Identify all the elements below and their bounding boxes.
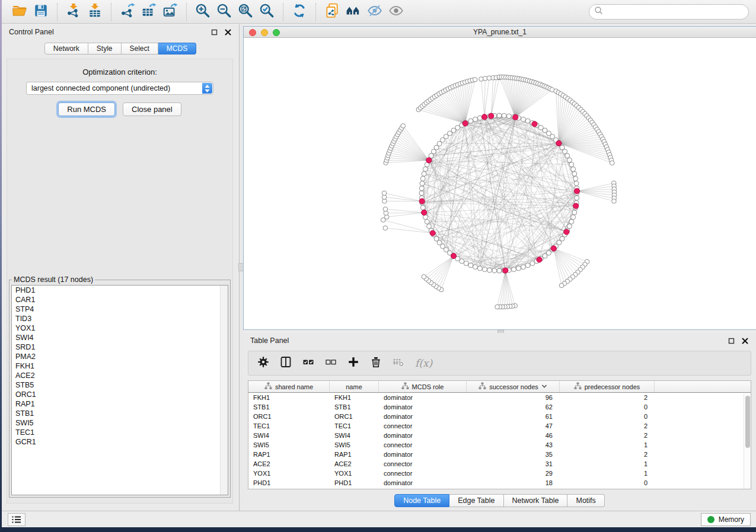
tab-network[interactable]: Network: [44, 43, 88, 55]
window-maximize-light[interactable]: [273, 29, 280, 36]
cell-successor-nodes: 62: [467, 402, 560, 412]
zoom-selected-button[interactable]: [256, 2, 277, 21]
tab-edge-table[interactable]: Edge Table: [449, 494, 503, 507]
save-session-button[interactable]: [30, 2, 52, 21]
close-panel-icon[interactable]: [224, 28, 232, 36]
cell-name: FKH1: [330, 393, 379, 402]
mcds-hub-node: [573, 203, 579, 209]
import-table-button[interactable]: [84, 2, 106, 21]
open-file-button[interactable]: [9, 2, 30, 21]
list-item[interactable]: GCR1: [12, 437, 228, 447]
table-scrollbar-thumb[interactable]: [745, 396, 750, 448]
close-panel-icon[interactable]: [741, 337, 749, 345]
tab-mcds[interactable]: MCDS: [158, 43, 196, 55]
mcds-hub-node: [489, 113, 494, 118]
float-panel-icon[interactable]: [210, 28, 218, 36]
table-row[interactable]: ACE2ACE2connector311: [248, 459, 751, 469]
status-bar: Memory: [2, 511, 756, 527]
table-row[interactable]: SWI4SWI4dominator462: [248, 431, 751, 440]
table-row[interactable]: FKH1FKH1dominator962: [248, 393, 751, 402]
list-item[interactable]: TEC1: [12, 428, 228, 437]
console-button[interactable]: [8, 513, 25, 526]
show-columns-button[interactable]: [280, 356, 292, 370]
list-item[interactable]: ORC1: [12, 390, 228, 399]
search-input[interactable]: [606, 8, 744, 16]
list-item[interactable]: YOX1: [12, 323, 228, 333]
list-item[interactable]: STB1: [12, 409, 228, 418]
export-image-button[interactable]: [160, 2, 181, 21]
cell-shared-name: TEC1: [248, 421, 330, 431]
table-row[interactable]: SWI5SWI5connector431: [248, 440, 751, 450]
network-window-titlebar[interactable]: YPA_prune.txt_1: [244, 27, 756, 38]
tab-motifs[interactable]: Motifs: [567, 494, 604, 507]
window-minimize-light[interactable]: [261, 29, 268, 36]
column-type-icon: [574, 382, 582, 391]
export-table-button[interactable]: [138, 2, 160, 21]
memory-button[interactable]: Memory: [701, 513, 751, 526]
column-header-successor-nodes[interactable]: successor nodes: [467, 381, 560, 392]
column-header-name[interactable]: name: [330, 381, 379, 392]
column-header-MCDS-role[interactable]: MCDS role: [379, 381, 467, 392]
add-row-button[interactable]: [347, 356, 359, 370]
list-item[interactable]: SRD1: [12, 342, 228, 352]
table-row[interactable]: ORC1ORC1dominator610: [248, 412, 751, 421]
close-panel-button[interactable]: Close panel: [123, 102, 181, 116]
mcds-result-list[interactable]: PHD1CAR1STP4TID3YOX1SWI4SRD1PMA2FKH1ACE2…: [11, 285, 228, 495]
deselect-all-button[interactable]: [325, 356, 337, 370]
table-row[interactable]: PHD1PHD1dominator180: [248, 478, 751, 488]
show-all-button[interactable]: [385, 2, 407, 21]
network-graph[interactable]: [244, 38, 756, 329]
first-neighbors-button[interactable]: [343, 2, 364, 21]
export-network-button[interactable]: [117, 2, 138, 21]
import-network-button[interactable]: [63, 2, 84, 21]
refresh-view-button[interactable]: [289, 2, 310, 21]
float-panel-icon[interactable]: [728, 337, 735, 345]
zoom-out-button[interactable]: [213, 2, 235, 21]
search-field[interactable]: [589, 4, 749, 20]
list-item[interactable]: STB5: [12, 380, 228, 390]
cell-MCDS-role: dominator: [379, 412, 467, 421]
cell-MCDS-role: dominator: [379, 431, 467, 440]
tab-select[interactable]: Select: [122, 43, 158, 55]
run-mcds-button[interactable]: Run MCDS: [58, 102, 115, 116]
control-panel-title: Control Panel: [9, 28, 54, 36]
node-table: shared namenameMCDS rolesuccessor nodesp…: [248, 380, 751, 489]
zoom-fit-button[interactable]: [235, 2, 256, 21]
zoom-in-button[interactable]: [192, 2, 213, 21]
criterion-dropdown[interactable]: largest connected component (undirected): [26, 82, 213, 95]
list-item[interactable]: PHD1: [12, 286, 228, 295]
list-item[interactable]: PMA2: [12, 352, 228, 361]
list-item[interactable]: SWI5: [12, 418, 228, 428]
mcds-result-group: MCDS result (17 nodes) PHD1CAR1STP4TID3Y…: [9, 275, 231, 498]
copy-network-button[interactable]: [321, 2, 343, 21]
list-item[interactable]: ACE2: [12, 371, 228, 380]
list-item[interactable]: RAP1: [12, 399, 228, 409]
cell-name: STB1: [330, 402, 379, 412]
tab-network-table[interactable]: Network Table: [504, 494, 568, 507]
settings-button[interactable]: [257, 356, 269, 370]
list-item[interactable]: STP4: [12, 305, 228, 314]
table-row[interactable]: TEC1TEC1connector472: [248, 421, 751, 431]
list-item[interactable]: FKH1: [12, 361, 228, 371]
memory-status-icon: [707, 516, 714, 523]
column-header-predecessor-nodes[interactable]: predecessor nodes: [560, 381, 655, 392]
zoom-in-icon: [195, 3, 210, 21]
network-canvas[interactable]: [244, 38, 756, 329]
list-item[interactable]: CAR1: [12, 295, 228, 305]
network-window-title: YPA_prune.txt_1: [473, 28, 527, 36]
select-all-button[interactable]: [302, 356, 314, 370]
mcds-hub-node: [513, 114, 518, 120]
table-row[interactable]: RAP1RAP1dominator352: [248, 450, 751, 459]
window-close-light[interactable]: [249, 29, 256, 36]
column-header-shared-name[interactable]: shared name: [248, 381, 330, 392]
list-item[interactable]: SWI4: [12, 333, 228, 342]
list-scrollbar[interactable]: [220, 286, 228, 495]
tab-style[interactable]: Style: [88, 43, 122, 55]
table-row[interactable]: YOX1YOX1connector291: [248, 469, 751, 478]
tab-node-table[interactable]: Node Table: [394, 494, 449, 507]
delete-row-button[interactable]: [370, 356, 382, 370]
hide-selected-button[interactable]: [364, 2, 385, 21]
table-scrollbar[interactable]: [744, 393, 751, 489]
list-item[interactable]: TID3: [12, 314, 228, 323]
table-row[interactable]: STB1STB1dominator620: [248, 402, 751, 412]
